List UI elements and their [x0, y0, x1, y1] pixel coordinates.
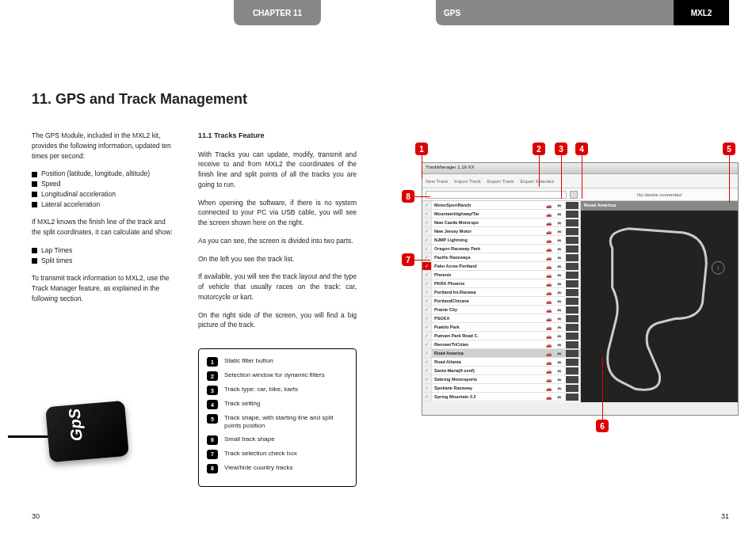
table-row[interactable]: ✓PortlandChicane🚗🏍: [422, 297, 580, 306]
app-body: ✓MotorSportRanch🚗🏍✓MountainHighway/Tar🚗🏍…: [422, 201, 738, 402]
legend-row: 7Track selection check box: [207, 450, 348, 459]
gps-cable: [8, 435, 52, 438]
callout-5: 5: [723, 143, 735, 155]
device-status: No device connected: [581, 188, 738, 201]
track-checkbox[interactable]: ✓: [422, 314, 432, 322]
table-row[interactable]: ✓Sebring Motorsports🚗🏍: [422, 375, 580, 384]
toolbar-btn[interactable]: Export Selected: [520, 179, 553, 184]
track-checkbox[interactable]: ✓: [422, 358, 432, 366]
table-row[interactable]: ✓Pueblo Park🚗🏍: [422, 323, 580, 332]
track-type-icons: 🚗🏍: [544, 264, 564, 269]
track-name: New Jersey Motor: [432, 229, 544, 234]
track-name: Pacific Raceways: [432, 255, 544, 260]
gps-module-image: GpS: [8, 388, 135, 483]
table-row[interactable]: ✓PSGKA🚗🏍: [422, 314, 580, 323]
legend-text: Static filter button: [224, 357, 273, 365]
legend-row: 5Track shape, with starting line and spl…: [207, 414, 348, 431]
table-row[interactable]: ✓Road America🚗🏍: [422, 349, 580, 358]
calc-list: Lap Times Split times: [32, 245, 174, 266]
table-row[interactable]: ✓NJMP Lightning🚗🏍: [422, 236, 580, 245]
track-name: PortlandChicane: [432, 298, 544, 303]
track-checkbox[interactable]: ✓: [422, 210, 432, 218]
track-checkbox[interactable]: ✓: [422, 288, 432, 296]
para-transmit: To transmit track information to MXL2, u…: [32, 273, 174, 303]
callout-line: [602, 356, 603, 420]
car-icon: 🚗: [546, 325, 552, 330]
table-row[interactable]: ✓Road Atlanta🚗🏍: [422, 358, 580, 367]
toolbar-btn[interactable]: Import Track: [454, 179, 480, 184]
track-checkbox[interactable]: ✓: [422, 323, 432, 331]
table-row[interactable]: ✓Portland Int.Racewa🚗🏍: [422, 288, 580, 297]
table-row[interactable]: ✓PKRA Phoenix🚗🏍: [422, 279, 580, 288]
filter-input[interactable]: [426, 191, 567, 199]
list-item: Longitudinal acceleration: [32, 189, 174, 200]
track-checkbox[interactable]: ✓: [422, 227, 432, 235]
table-row[interactable]: ✓New Jersey Motor🚗🏍: [422, 227, 580, 236]
car-icon: 🚗: [546, 394, 552, 400]
car-icon: 🚗: [546, 351, 552, 356]
small-track-shape: [566, 211, 578, 218]
track-preview: Road America i: [581, 201, 738, 402]
small-track-shape: [566, 245, 578, 253]
small-track-shape: [566, 333, 578, 340]
table-row[interactable]: ✓Streets of Willow🚗🏍: [422, 401, 580, 402]
table-row[interactable]: ✓Putnam Park Road C.🚗🏍: [422, 332, 580, 340]
track-checkbox[interactable]: ✓: [422, 401, 432, 402]
table-row[interactable]: ✓Spring Mountain 2.2🚗🏍: [422, 393, 580, 401]
table-row[interactable]: ✓Oregon Raceway Park🚗🏍: [422, 245, 580, 253]
track-checkbox[interactable]: ✓: [422, 332, 432, 340]
track-checkbox[interactable]: ✓: [422, 393, 432, 401]
table-row[interactable]: ✓Prairie City🚗🏍: [422, 306, 580, 314]
legend-number: 6: [207, 435, 218, 445]
table-row[interactable]: ✓Phoenix🚗🏍: [422, 271, 580, 279]
track-checkbox[interactable]: ✓: [422, 262, 432, 270]
track-checkbox[interactable]: ✓: [422, 279, 432, 287]
search-icon[interactable]: [570, 191, 578, 199]
car-icon: 🚗: [546, 359, 552, 365]
track-name: Pueblo Park: [432, 325, 544, 329]
app-titlebar: TrackManager 1.19.XX: [422, 163, 738, 174]
track-list[interactable]: ✓MotorSportRanch🚗🏍✓MountainHighway/Tar🚗🏍…: [422, 201, 581, 402]
car-icon: 🚗: [546, 342, 552, 348]
track-checkbox[interactable]: ✓: [422, 236, 432, 244]
mid-p1: With Tracks you can update, modify, tran…: [198, 150, 357, 190]
bike-icon: 🏍: [557, 368, 562, 374]
callout-line: [729, 155, 730, 203]
track-checkbox[interactable]: ✓: [422, 306, 432, 314]
bike-icon: 🏍: [557, 255, 562, 260]
track-checkbox[interactable]: ✓: [422, 245, 432, 253]
toolbar-btn[interactable]: New Track: [426, 179, 448, 184]
track-checkbox[interactable]: ✓: [422, 219, 432, 226]
track-checkbox[interactable]: ✓: [422, 271, 432, 279]
track-checkbox[interactable]: ✓: [422, 340, 432, 348]
bike-icon: 🏍: [557, 272, 562, 278]
legend-text: Track type: car, bike, karts: [224, 386, 298, 393]
track-checkbox[interactable]: ✓: [422, 201, 432, 209]
table-row[interactable]: ✓RenownTriCities🚗🏍: [422, 340, 580, 349]
track-checkbox[interactable]: ✓: [422, 367, 432, 374]
table-row[interactable]: ✓New Castle Motorspo🚗🏍: [422, 219, 580, 227]
table-row[interactable]: ✓MotorSportRanch🚗🏍: [422, 201, 580, 210]
small-track-shape: [566, 341, 578, 348]
callout-8: 8: [402, 190, 414, 203]
track-checkbox[interactable]: ✓: [422, 349, 432, 357]
table-row[interactable]: ✓Santa Maria(6 conf)🚗🏍: [422, 367, 580, 375]
table-row[interactable]: ✓Pacific Raceways🚗🏍: [422, 253, 580, 262]
app-window: TrackManager 1.19.XX New Track Import Tr…: [422, 162, 739, 416]
bike-icon: 🏍: [557, 238, 562, 243]
small-track-shape: [566, 202, 578, 209]
bike-icon: 🏍: [557, 264, 562, 269]
toolbar-btn[interactable]: Export Track: [487, 179, 514, 184]
legend-row: 6Small track shape: [207, 435, 348, 445]
track-checkbox[interactable]: ✓: [422, 375, 432, 383]
callout-7: 7: [402, 253, 414, 266]
table-row[interactable]: ✓Palm Acres Portland🚗🏍: [422, 262, 580, 271]
track-checkbox[interactable]: ✓: [422, 297, 432, 305]
table-row[interactable]: ✓MountainHighway/Tar🚗🏍: [422, 210, 580, 219]
small-track-shape: [566, 393, 578, 401]
track-type-icons: 🚗🏍: [544, 359, 564, 365]
table-row[interactable]: ✓Spokane Raceway🚗🏍: [422, 384, 580, 393]
mid-p5: If available, you will see the track lay…: [198, 272, 357, 302]
bike-icon: 🏍: [557, 281, 562, 287]
track-checkbox[interactable]: ✓: [422, 384, 432, 392]
